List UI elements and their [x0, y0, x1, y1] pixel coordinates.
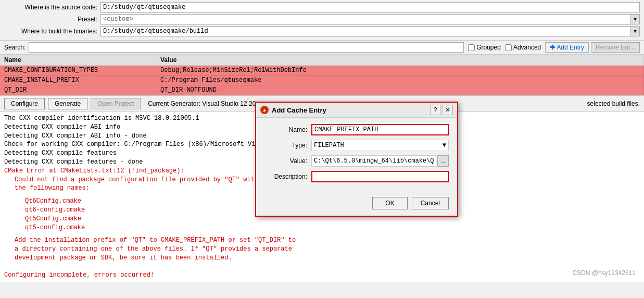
cancel-button[interactable]: Cancel	[412, 197, 449, 209]
dialog-value-row: Value: …	[264, 155, 449, 167]
dialog-titlebar: ▲ Add Cache Entry ? ✕	[256, 103, 457, 118]
dialog-type-row: Type: FILEPATH ▼	[264, 140, 449, 151]
dialog-name-input[interactable]	[311, 124, 449, 135]
dialog-type-label: Type:	[264, 142, 311, 149]
dialog-body: Name: Type: FILEPATH ▼ Value: … Descript…	[256, 118, 457, 193]
dialog-name-row: Name:	[264, 124, 449, 135]
dialog-title: ▲ Add Cache Entry	[260, 106, 326, 114]
add-cache-entry-dialog: ▲ Add Cache Entry ? ✕ Name: Type: FILEPA…	[255, 102, 458, 217]
dialog-title-text: Add Cache Entry	[272, 106, 326, 114]
dialog-value-label: Value:	[264, 157, 311, 165]
dialog-name-label: Name:	[264, 126, 311, 133]
dialog-desc-row: Description:	[264, 171, 449, 182]
dialog-value-wrapper: …	[311, 155, 449, 167]
dialog-help-button[interactable]: ?	[430, 105, 440, 115]
browse-button[interactable]: …	[437, 155, 449, 167]
dialog-desc-input[interactable]	[311, 171, 449, 182]
type-dropdown-arrow: ▼	[443, 142, 446, 149]
dialog-type-select[interactable]: FILEPATH ▼	[311, 140, 449, 151]
dialog-title-buttons: ? ✕	[430, 105, 453, 115]
dialog-footer: OK Cancel	[256, 193, 457, 216]
ok-button[interactable]: OK	[372, 197, 407, 209]
dialog-type-value: FILEPATH	[314, 142, 344, 149]
dialog-close-button[interactable]: ✕	[443, 105, 453, 115]
dialog-desc-label: Description:	[264, 173, 311, 180]
dialog-value-input[interactable]	[311, 155, 436, 167]
cmake-icon: ▲	[260, 106, 269, 114]
